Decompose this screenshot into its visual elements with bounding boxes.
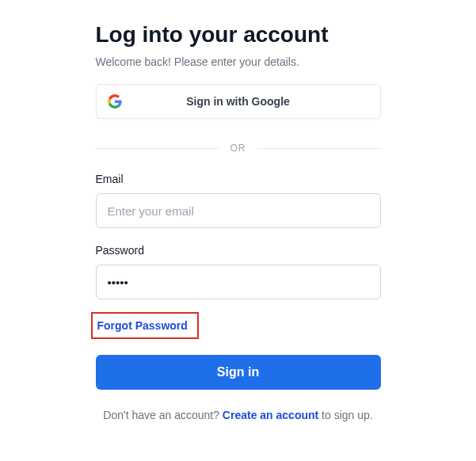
password-group: Password — [96, 244, 381, 299]
signup-prefix: Don't have an account? — [103, 409, 223, 421]
divider: OR — [96, 143, 381, 154]
google-signin-button[interactable]: Sign in with Google — [96, 84, 381, 119]
google-signin-label: Sign in with Google — [186, 95, 290, 108]
page-subtitle: Welcome back! Please enter your details. — [96, 55, 381, 68]
divider-line-left — [96, 148, 219, 149]
create-account-link[interactable]: Create an account — [223, 409, 318, 421]
google-icon — [108, 94, 122, 109]
forgot-password-highlight: Forgot Password — [91, 312, 199, 339]
signin-button[interactable]: Sign in — [96, 355, 381, 390]
page-title: Log into your account — [96, 22, 381, 48]
login-form: Log into your account Welcome back! Plea… — [96, 22, 381, 421]
forgot-password-link[interactable]: Forgot Password — [97, 319, 188, 332]
password-field[interactable] — [96, 265, 381, 299]
signup-line: Don't have an account? Create an account… — [96, 409, 381, 421]
email-field[interactable] — [96, 193, 381, 228]
divider-text: OR — [230, 143, 246, 154]
password-label: Password — [96, 244, 381, 257]
divider-line-right — [257, 148, 381, 149]
email-label: Email — [96, 173, 381, 185]
email-group: Email — [96, 173, 381, 228]
signup-suffix: to sign up. — [318, 409, 373, 421]
